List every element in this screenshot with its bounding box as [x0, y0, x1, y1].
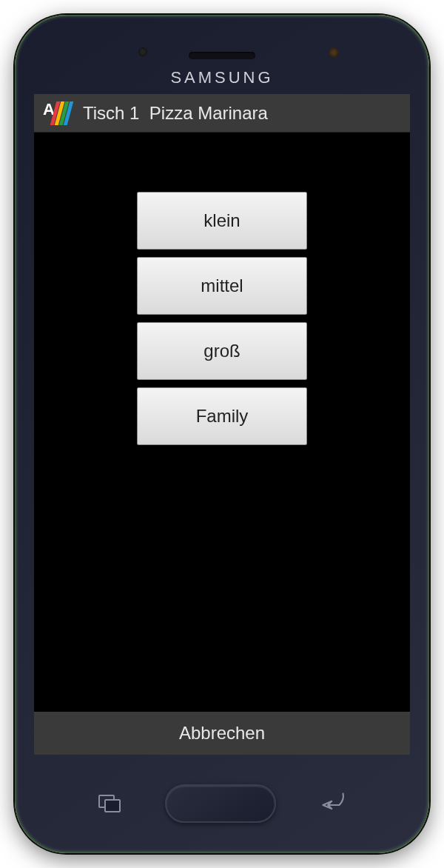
size-option-family[interactable]: Family	[137, 387, 307, 445]
app-header: A Tisch 1 Pizza Marinara	[34, 94, 410, 133]
size-option-mittel[interactable]: mittel	[137, 257, 307, 315]
size-option-label: groß	[204, 341, 240, 361]
sensor-icon	[329, 47, 339, 58]
table-label: Tisch 1	[83, 103, 139, 123]
back-button[interactable]	[320, 790, 346, 816]
cancel-button[interactable]: Abbrechen	[34, 712, 410, 755]
recent-apps-button[interactable]	[98, 795, 121, 812]
item-label: Pizza Marinara	[149, 103, 268, 123]
size-selection-panel: klein mittel groß Family	[34, 133, 410, 712]
device-brand-label: SAMSUNG	[16, 68, 428, 87]
speaker-grille-icon	[189, 52, 255, 59]
size-option-gross[interactable]: groß	[137, 322, 307, 380]
recent-apps-icon	[98, 795, 121, 812]
header-title: Tisch 1 Pizza Marinara	[83, 103, 268, 124]
back-arrow-icon	[320, 790, 346, 811]
size-option-klein[interactable]: klein	[137, 192, 307, 250]
home-button[interactable]	[165, 784, 276, 823]
phone-nav-bar	[16, 755, 428, 852]
cancel-label: Abbrechen	[179, 723, 265, 744]
front-camera-icon	[138, 47, 147, 56]
size-option-label: Family	[196, 406, 249, 427]
size-option-label: mittel	[201, 276, 243, 296]
size-option-label: klein	[204, 210, 240, 231]
app-screen: A Tisch 1 Pizza Marinara klein mittel	[34, 94, 410, 755]
phone-frame: SAMSUNG A Tisch 1 Pizza Marinara klein	[15, 15, 429, 853]
app-logo-icon: A	[43, 100, 73, 127]
phone-top-bezel: SAMSUNG	[16, 16, 428, 94]
